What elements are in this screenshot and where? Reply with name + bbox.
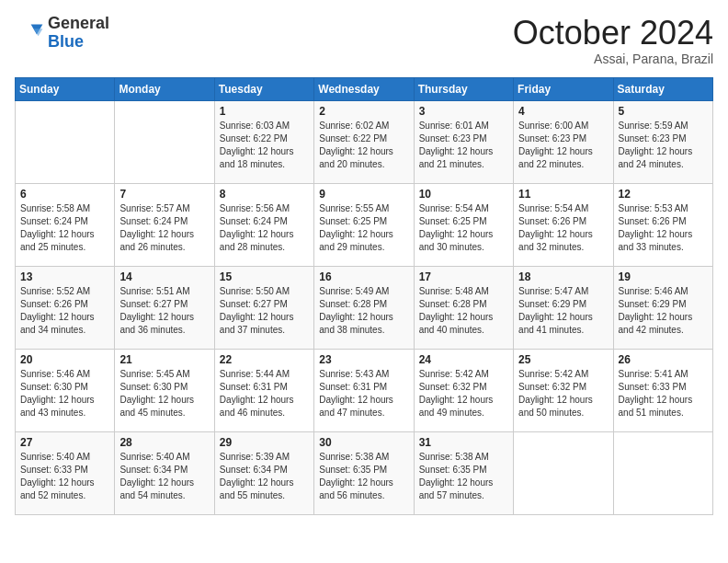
- day-info: Sunrise: 5:52 AM Sunset: 6:26 PM Dayligh…: [20, 285, 109, 337]
- day-number: 1: [220, 105, 309, 118]
- weekday-header-tuesday: Tuesday: [214, 77, 313, 100]
- calendar-cell: 6Sunrise: 5:58 AM Sunset: 6:24 PM Daylig…: [16, 183, 115, 266]
- day-info: Sunrise: 5:45 AM Sunset: 6:30 PM Dayligh…: [119, 368, 209, 419]
- calendar-body: 1Sunrise: 6:03 AM Sunset: 6:22 PM Daylig…: [16, 100, 713, 514]
- day-info: Sunrise: 6:03 AM Sunset: 6:22 PM Dayligh…: [220, 120, 309, 171]
- svg-marker-1: [34, 29, 43, 36]
- calendar-cell: 29Sunrise: 5:39 AM Sunset: 6:34 PM Dayli…: [214, 431, 313, 514]
- day-number: 9: [319, 188, 408, 201]
- calendar-cell: 15Sunrise: 5:50 AM Sunset: 6:27 PM Dayli…: [214, 266, 313, 349]
- day-info: Sunrise: 5:54 AM Sunset: 6:25 PM Dayligh…: [419, 202, 508, 254]
- weekday-header-wednesday: Wednesday: [314, 77, 414, 100]
- calendar-cell: 16Sunrise: 5:49 AM Sunset: 6:28 PM Dayli…: [314, 266, 414, 349]
- day-number: 4: [518, 105, 608, 118]
- day-number: 29: [220, 436, 309, 449]
- calendar-cell: 27Sunrise: 5:40 AM Sunset: 6:33 PM Dayli…: [16, 431, 115, 514]
- day-number: 3: [419, 105, 508, 118]
- day-number: 21: [119, 353, 209, 366]
- day-number: 17: [419, 270, 508, 283]
- day-number: 6: [20, 188, 109, 201]
- day-info: Sunrise: 6:00 AM Sunset: 6:23 PM Dayligh…: [518, 120, 608, 171]
- calendar-cell: 28Sunrise: 5:40 AM Sunset: 6:34 PM Dayli…: [115, 431, 214, 514]
- calendar-cell: [16, 100, 115, 183]
- calendar-cell: 17Sunrise: 5:48 AM Sunset: 6:28 PM Dayli…: [414, 266, 513, 349]
- weekday-header-saturday: Saturday: [613, 77, 712, 100]
- day-info: Sunrise: 5:46 AM Sunset: 6:30 PM Dayligh…: [20, 368, 109, 419]
- calendar-cell: 21Sunrise: 5:45 AM Sunset: 6:30 PM Dayli…: [115, 349, 214, 431]
- calendar-cell: 5Sunrise: 5:59 AM Sunset: 6:23 PM Daylig…: [613, 100, 712, 183]
- day-info: Sunrise: 5:54 AM Sunset: 6:26 PM Dayligh…: [518, 202, 608, 254]
- day-info: Sunrise: 5:48 AM Sunset: 6:28 PM Dayligh…: [419, 285, 508, 337]
- day-info: Sunrise: 5:46 AM Sunset: 6:29 PM Dayligh…: [619, 285, 708, 337]
- weekday-header-sunday: Sunday: [16, 77, 115, 100]
- calendar-week-4: 20Sunrise: 5:46 AM Sunset: 6:30 PM Dayli…: [16, 349, 713, 431]
- day-info: Sunrise: 5:38 AM Sunset: 6:35 PM Dayligh…: [319, 451, 408, 502]
- calendar-week-2: 6Sunrise: 5:58 AM Sunset: 6:24 PM Daylig…: [16, 183, 713, 266]
- calendar-week-5: 27Sunrise: 5:40 AM Sunset: 6:33 PM Dayli…: [16, 431, 713, 514]
- month-title: October 2024: [513, 15, 713, 52]
- calendar-cell: 7Sunrise: 5:57 AM Sunset: 6:24 PM Daylig…: [115, 183, 214, 266]
- day-number: 30: [319, 436, 408, 449]
- calendar-cell: 3Sunrise: 6:01 AM Sunset: 6:23 PM Daylig…: [414, 100, 513, 183]
- calendar-week-3: 13Sunrise: 5:52 AM Sunset: 6:26 PM Dayli…: [16, 266, 713, 349]
- day-number: 20: [20, 353, 109, 366]
- day-info: Sunrise: 5:44 AM Sunset: 6:31 PM Dayligh…: [220, 368, 309, 419]
- day-number: 31: [419, 436, 508, 449]
- day-info: Sunrise: 5:38 AM Sunset: 6:35 PM Dayligh…: [419, 451, 508, 502]
- calendar-cell: 13Sunrise: 5:52 AM Sunset: 6:26 PM Dayli…: [16, 266, 115, 349]
- page-header: General Blue October 2024 Assai, Parana,…: [15, 15, 713, 66]
- calendar-cell: 2Sunrise: 6:02 AM Sunset: 6:22 PM Daylig…: [314, 100, 414, 183]
- day-info: Sunrise: 5:42 AM Sunset: 6:32 PM Dayligh…: [419, 368, 508, 419]
- logo-general-text: General: [48, 14, 109, 32]
- day-info: Sunrise: 6:02 AM Sunset: 6:22 PM Dayligh…: [319, 120, 408, 171]
- day-info: Sunrise: 5:47 AM Sunset: 6:29 PM Dayligh…: [518, 285, 608, 337]
- calendar-cell: 9Sunrise: 5:55 AM Sunset: 6:25 PM Daylig…: [314, 183, 414, 266]
- weekday-header-row: SundayMondayTuesdayWednesdayThursdayFrid…: [16, 77, 713, 100]
- calendar-cell: [115, 100, 214, 183]
- day-number: 10: [419, 188, 508, 201]
- day-info: Sunrise: 5:51 AM Sunset: 6:27 PM Dayligh…: [119, 285, 209, 337]
- calendar-cell: 10Sunrise: 5:54 AM Sunset: 6:25 PM Dayli…: [414, 183, 513, 266]
- weekday-header-monday: Monday: [115, 77, 214, 100]
- day-number: 26: [619, 353, 708, 366]
- day-info: Sunrise: 5:49 AM Sunset: 6:28 PM Dayligh…: [319, 285, 408, 337]
- day-number: 8: [220, 188, 309, 201]
- day-info: Sunrise: 5:41 AM Sunset: 6:33 PM Dayligh…: [619, 368, 708, 419]
- day-number: 13: [20, 270, 109, 283]
- day-number: 25: [518, 353, 608, 366]
- day-info: Sunrise: 5:43 AM Sunset: 6:31 PM Dayligh…: [319, 368, 408, 419]
- logo-blue-text: Blue: [48, 32, 84, 51]
- day-info: Sunrise: 5:40 AM Sunset: 6:34 PM Dayligh…: [119, 451, 209, 502]
- calendar-cell: 23Sunrise: 5:43 AM Sunset: 6:31 PM Dayli…: [314, 349, 414, 431]
- day-info: Sunrise: 5:40 AM Sunset: 6:33 PM Dayligh…: [20, 451, 109, 502]
- calendar-cell: 14Sunrise: 5:51 AM Sunset: 6:27 PM Dayli…: [115, 266, 214, 349]
- calendar-cell: 20Sunrise: 5:46 AM Sunset: 6:30 PM Dayli…: [16, 349, 115, 431]
- day-number: 5: [619, 105, 708, 118]
- calendar-cell: [613, 431, 712, 514]
- day-number: 16: [319, 270, 408, 283]
- calendar-cell: 1Sunrise: 6:03 AM Sunset: 6:22 PM Daylig…: [214, 100, 313, 183]
- calendar-cell: 18Sunrise: 5:47 AM Sunset: 6:29 PM Dayli…: [514, 266, 613, 349]
- day-info: Sunrise: 5:39 AM Sunset: 6:34 PM Dayligh…: [220, 451, 309, 502]
- calendar-cell: 12Sunrise: 5:53 AM Sunset: 6:26 PM Dayli…: [613, 183, 712, 266]
- calendar-header: SundayMondayTuesdayWednesdayThursdayFrid…: [16, 77, 713, 100]
- calendar-cell: 8Sunrise: 5:56 AM Sunset: 6:24 PM Daylig…: [214, 183, 313, 266]
- day-number: 23: [319, 353, 408, 366]
- calendar-table: SundayMondayTuesdayWednesdayThursdayFrid…: [15, 77, 713, 515]
- calendar-cell: 31Sunrise: 5:38 AM Sunset: 6:35 PM Dayli…: [414, 431, 513, 514]
- weekday-header-friday: Friday: [514, 77, 613, 100]
- day-info: Sunrise: 5:58 AM Sunset: 6:24 PM Dayligh…: [20, 202, 109, 254]
- day-number: 12: [619, 188, 708, 201]
- day-info: Sunrise: 5:55 AM Sunset: 6:25 PM Dayligh…: [319, 202, 408, 254]
- day-number: 15: [220, 270, 309, 283]
- calendar-cell: 22Sunrise: 5:44 AM Sunset: 6:31 PM Dayli…: [214, 349, 313, 431]
- calendar-cell: 19Sunrise: 5:46 AM Sunset: 6:29 PM Dayli…: [613, 266, 712, 349]
- day-number: 2: [319, 105, 408, 118]
- calendar-week-1: 1Sunrise: 6:03 AM Sunset: 6:22 PM Daylig…: [16, 100, 713, 183]
- day-info: Sunrise: 6:01 AM Sunset: 6:23 PM Dayligh…: [419, 120, 508, 171]
- day-info: Sunrise: 5:50 AM Sunset: 6:27 PM Dayligh…: [220, 285, 309, 337]
- logo: General Blue: [15, 15, 109, 52]
- calendar-cell: 11Sunrise: 5:54 AM Sunset: 6:26 PM Dayli…: [514, 183, 613, 266]
- location-subtitle: Assai, Parana, Brazil: [513, 52, 713, 66]
- day-number: 22: [220, 353, 309, 366]
